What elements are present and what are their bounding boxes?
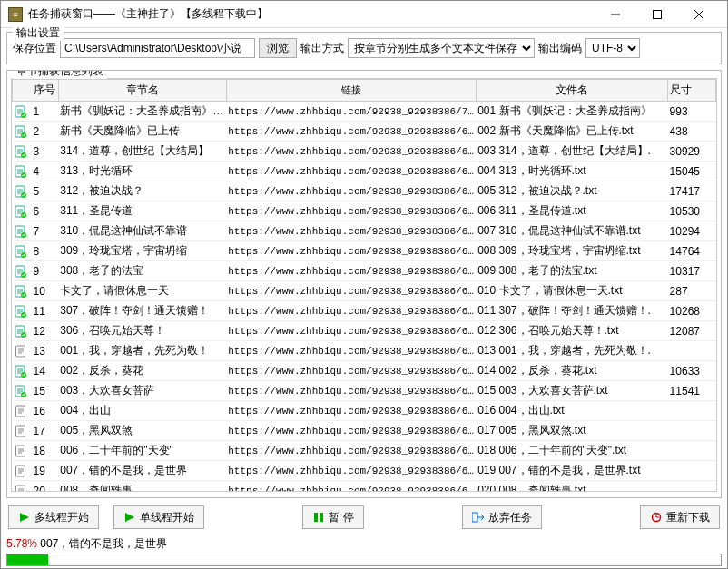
table-row[interactable]: 10卡文了，请假休息一天https://www.zhhbiqu.com/9293… (13, 281, 716, 301)
cell-file: 020 008，奇闻轶事.txt (476, 481, 667, 493)
cell-name: 310，侃昆这神仙试不靠谱 (58, 221, 226, 241)
cell-link: https://www.zhhbiqu.com/92938_92938386/6… (226, 142, 476, 162)
cell-name: 306，召唤元始天尊！ (58, 321, 226, 341)
status-icon (13, 381, 30, 401)
cell-name: 卡文了，请假休息一天 (58, 281, 226, 301)
cell-size: 287 (668, 281, 716, 301)
status-icon (13, 321, 30, 341)
table-row[interactable]: 20008，奇闻轶事https://www.zhhbiqu.com/92938_… (13, 481, 716, 493)
status-icon (13, 481, 30, 493)
save-path-label: 保存位置 (13, 41, 56, 56)
redownload-button[interactable]: 重新下载 (640, 505, 720, 529)
browse-button[interactable]: 浏览 (259, 38, 297, 58)
table-row[interactable]: 14002，反杀，葵花https://www.zhhbiqu.com/92938… (13, 361, 716, 381)
table-row[interactable]: 2新书《天魔降临》已上传https://www.zhhbiqu.com/9293… (13, 122, 716, 142)
table-row[interactable]: 12306，召唤元始天尊！https://www.zhhbiqu.com/929… (13, 321, 716, 341)
status-bar: 5.78% 007，错的不是我，是世界 (1, 535, 727, 568)
cell-size: 10633 (668, 361, 716, 381)
th-name[interactable]: 章节名 (58, 80, 226, 102)
status-icon (13, 201, 30, 221)
cell-size: 11541 (668, 381, 716, 401)
cell-name: 307，破阵！夺剑！通天馈赠！ (58, 301, 226, 321)
th-link[interactable]: 链接 (226, 80, 476, 102)
table-row[interactable]: 9308，老子的法宝https://www.zhhbiqu.com/92938_… (13, 261, 716, 281)
cell-file: 008 309，玲珑宝塔，宇宙坍缩.txt (476, 241, 667, 261)
table-row[interactable]: 6311，圣昆传道https://www.zhhbiqu.com/92938_9… (13, 201, 716, 221)
abandon-button[interactable]: 放弃任务 (462, 505, 542, 529)
output-mode-select[interactable]: 按章节分别生成多个文本文件保存 (348, 38, 535, 58)
cell-size (668, 481, 716, 493)
multi-thread-start-button[interactable]: 多线程开始 (8, 505, 99, 529)
window-title: 任务捕获窗口——《主神挂了》【多线程下载中】 (28, 6, 595, 22)
cell-name: 002，反杀，葵花 (58, 361, 226, 381)
cell-file: 010 卡文了，请假休息一天.txt (476, 281, 667, 301)
pause-button[interactable]: 暂 停 (302, 505, 363, 529)
cell-file: 015 003，大欢喜女菩萨.txt (476, 381, 667, 401)
svg-rect-40 (472, 513, 477, 522)
cell-size: 12087 (668, 321, 716, 341)
cell-file: 013 001，我，穿越者，先死为敬！. (476, 341, 667, 361)
table-row[interactable]: 15003，大欢喜女菩萨https://www.zhhbiqu.com/9293… (13, 381, 716, 401)
maximize-button[interactable] (636, 2, 678, 27)
table-row[interactable]: 7310，侃昆这神仙试不靠谱https://www.zhhbiqu.com/92… (13, 221, 716, 241)
table-row[interactable]: 4313，时光循环https://www.zhhbiqu.com/92938_9… (13, 162, 716, 181)
close-button[interactable] (678, 2, 720, 27)
cell-size: 10530 (668, 201, 716, 221)
cell-link: https://www.zhhbiqu.com/92938_92938386/6… (226, 341, 476, 361)
table-row[interactable]: 1新书《驯妖记：大圣养成指南》已上https://www.zhhbiqu.com… (13, 102, 716, 122)
table-row[interactable]: 19007，错的不是我，是世界https://www.zhhbiqu.com/9… (13, 461, 716, 481)
cell-size: 10317 (668, 261, 716, 281)
single-thread-start-button[interactable]: 单线程开始 (113, 505, 204, 529)
table-row[interactable]: 18006，二十年前的"天变"https://www.zhhbiqu.com/9… (13, 441, 716, 461)
cell-name: 308，老子的法宝 (58, 261, 226, 281)
cell-name: 006，二十年前的"天变" (58, 441, 226, 461)
cell-link: https://www.zhhbiqu.com/92938_92938386/6… (226, 321, 476, 341)
cell-file: 019 007，错的不是我，是世界.txt (476, 461, 667, 481)
table-row[interactable]: 17005，黑风双煞https://www.zhhbiqu.com/92938_… (13, 421, 716, 441)
cell-seq: 10 (30, 281, 59, 301)
status-icon (13, 181, 30, 201)
cell-link: https://www.zhhbiqu.com/92938_92938386/6… (226, 281, 476, 301)
status-icon (13, 301, 30, 321)
cell-file: 014 002，反杀，葵花.txt (476, 361, 667, 381)
table-row[interactable]: 16004，出山https://www.zhhbiqu.com/92938_92… (13, 401, 716, 421)
th-seq[interactable]: 序号 (30, 80, 59, 102)
table-row[interactable]: 8309，玲珑宝塔，宇宙坍缩https://www.zhhbiqu.com/92… (13, 241, 716, 261)
cell-file: 018 006，二十年前的"天变".txt (476, 441, 667, 461)
output-mode-label: 输出方式 (300, 41, 344, 56)
th-size[interactable]: 尺寸 (668, 80, 716, 102)
cell-link: https://www.zhhbiqu.com/92938_92938386/6… (226, 162, 476, 181)
cell-name: 314，道尊，创世纪【大结局】 (58, 142, 226, 162)
chapter-list-group: 章节捕获信息列表 序号 章节名 链接 文件名 尺寸 1新书《驯妖记：大圣养成指南… (6, 70, 722, 498)
status-icon (13, 421, 30, 441)
svg-rect-38 (314, 513, 318, 522)
encoding-select[interactable]: UTF-8 (585, 38, 640, 58)
status-icon (13, 341, 30, 361)
save-path-input[interactable] (60, 38, 255, 58)
minimize-button[interactable] (595, 2, 636, 27)
cell-name: 309，玲珑宝塔，宇宙坍缩 (58, 241, 226, 261)
table-row[interactable]: 5312，被迫决战？https://www.zhhbiqu.com/92938_… (13, 181, 716, 201)
arrow-right-icon (472, 511, 485, 524)
play-green-icon (18, 511, 31, 524)
table-row[interactable]: 11307，破阵！夺剑！通天馈赠！https://www.zhhbiqu.com… (13, 301, 716, 321)
window-controls (595, 2, 720, 27)
cell-file: 009 308，老子的法宝.txt (476, 261, 667, 281)
cell-seq: 17 (30, 421, 59, 441)
table-wrap[interactable]: 序号 章节名 链接 文件名 尺寸 1新书《驯妖记：大圣养成指南》已上https:… (11, 78, 717, 492)
cell-size: 17417 (668, 181, 716, 201)
cell-size (668, 441, 716, 461)
titlebar: ≡ 任务捕获窗口——《主神挂了》【多线程下载中】 (1, 1, 727, 28)
table-row[interactable]: 13001，我，穿越者，先死为敬！https://www.zhhbiqu.com… (13, 341, 716, 361)
th-file[interactable]: 文件名 (476, 80, 667, 102)
play-green-icon (123, 511, 136, 524)
cell-link: https://www.zhhbiqu.com/92938_92938386/6… (226, 241, 476, 261)
cell-link: https://www.zhhbiqu.com/92938_92938386/6… (226, 201, 476, 221)
refresh-icon (650, 511, 663, 524)
cell-name: 004，出山 (58, 401, 226, 421)
cell-size: 438 (668, 122, 716, 142)
cell-seq: 5 (30, 181, 59, 201)
th-icon[interactable] (13, 80, 30, 102)
cell-file: 007 310，侃昆这神仙试不靠谱.txt (476, 221, 667, 241)
table-row[interactable]: 3314，道尊，创世纪【大结局】https://www.zhhbiqu.com/… (13, 142, 716, 162)
